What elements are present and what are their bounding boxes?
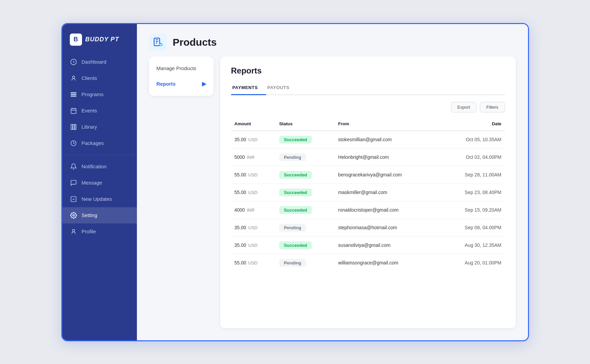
cell-from-5: stephonmasa@hotmail.com <box>335 219 440 236</box>
page-header-icon <box>149 34 167 51</box>
currency-1: INR <box>247 155 255 160</box>
sidebar-item-library[interactable]: Library <box>62 119 137 135</box>
sidebar-label-clients: Clients <box>82 75 97 81</box>
currency-0: USD <box>248 137 258 142</box>
payments-table: Amount Status From Date 35.00 USD Succee… <box>231 119 505 272</box>
message-icon <box>70 179 77 187</box>
sidebar-item-profile[interactable]: Profile <box>62 223 137 240</box>
tab-payments[interactable]: PAYMENTS <box>231 82 266 95</box>
table-row: 35.00 USD Succeeded susanoliviya@gmail.c… <box>231 236 505 254</box>
cell-amount-2: 55.00 USD <box>231 166 276 184</box>
status-badge-2: Succeeded <box>279 171 312 179</box>
cell-amount-1: 5000 INR <box>231 148 276 166</box>
col-status: Status <box>276 119 335 131</box>
amount-value-3: 55.00 <box>235 190 246 195</box>
svg-rect-4 <box>71 96 76 97</box>
cell-from-1: Helonbright@gmail.com <box>335 148 440 166</box>
cell-status-6: Succeeded <box>276 236 335 254</box>
app-name: BUDDY PT <box>85 36 119 43</box>
cell-amount-4: 4000 INR <box>231 201 276 219</box>
filters-button[interactable]: Filters <box>480 102 505 112</box>
cell-date-2: Sep 28, 11.00AM <box>440 166 505 184</box>
status-badge-3: Succeeded <box>279 189 312 196</box>
sidebar-item-clients[interactable]: Clients <box>62 70 137 86</box>
status-badge-7: Pending <box>279 259 306 267</box>
svg-point-1 <box>72 76 75 78</box>
main-content: Products Manage Products Reports ▶ Repor… <box>137 24 528 340</box>
amount-value-0: 35.00 <box>235 137 246 142</box>
sidebar-item-notification[interactable]: Notification <box>62 158 137 175</box>
reports-title: Reports <box>231 66 505 76</box>
app-frame: B BUDDY PT Dashboard Clients P <box>61 23 529 341</box>
page-header: Products <box>137 24 528 57</box>
svg-rect-6 <box>71 124 72 129</box>
cell-from-6: susanoliviya@gmail.com <box>335 236 440 254</box>
sidebar-label-dashboard: Dashboard <box>82 59 106 65</box>
status-badge-4: Succeeded <box>279 206 312 214</box>
cell-status-7: Pending <box>276 254 335 272</box>
programs-icon <box>70 91 77 98</box>
svg-rect-7 <box>73 124 74 129</box>
svg-rect-2 <box>71 92 76 93</box>
cell-from-4: ronaldocristoper@gmail.com <box>335 201 440 219</box>
dashboard-icon <box>70 58 77 66</box>
table-header: Amount Status From Date <box>231 119 505 131</box>
tab-payouts[interactable]: PAYOUTS <box>266 82 298 95</box>
sidebar-item-packages[interactable]: Packages <box>62 135 137 151</box>
sidebar-item-message[interactable]: Message <box>62 175 137 191</box>
currency-7: USD <box>248 260 258 265</box>
cell-date-1: Oct 02, 04.00PM <box>440 148 505 166</box>
export-button[interactable]: Export <box>451 102 477 112</box>
table-header-row: Amount Status From Date <box>231 119 505 131</box>
status-badge-1: Pending <box>279 153 306 161</box>
sidebar-item-programs[interactable]: Programs <box>62 86 137 103</box>
cell-status-4: Succeeded <box>276 201 335 219</box>
setting-icon <box>70 212 77 219</box>
sidebar-item-setting[interactable]: Setting <box>62 207 137 223</box>
cell-from-3: maskmiller@gmail.com <box>335 184 440 201</box>
table-row: 55.00 USD Succeeded maskmiller@gmail.com… <box>231 184 505 201</box>
status-badge-0: Succeeded <box>279 136 312 144</box>
cell-amount-5: 35.00 USD <box>231 219 276 236</box>
svg-rect-3 <box>71 94 76 95</box>
sidebar-label-profile: Profile <box>82 229 96 234</box>
sidebar-label-events: Events <box>82 108 97 113</box>
cell-from-0: stokesmillian@gmail.com <box>335 131 440 149</box>
sidebar-divider <box>62 155 137 155</box>
left-panel-item-manage-products[interactable]: Manage Products <box>149 61 213 76</box>
cell-from-7: williamsongrace@gmail.com <box>335 254 440 272</box>
sidebar-label-notification: Notification <box>82 164 107 169</box>
new-updates-icon <box>70 195 77 203</box>
panel-arrow-icon: ▶ <box>202 81 206 87</box>
amount-value-7: 55.00 <box>235 260 246 265</box>
col-date: Date <box>440 119 505 131</box>
cell-date-0: Oct 05, 10.35AM <box>440 131 505 149</box>
amount-value-1: 5000 <box>235 154 245 160</box>
sidebar-nav: Dashboard Clients Programs Events <box>62 54 137 340</box>
packages-icon <box>70 140 77 147</box>
sidebar-label-packages: Packages <box>82 140 104 146</box>
content-area: Manage Products Reports ▶ Reports PAYMEN… <box>137 57 528 340</box>
reports-label: Reports <box>157 81 176 87</box>
sidebar-item-new-updates[interactable]: New Updates <box>62 191 137 207</box>
sidebar-label-message: Message <box>82 180 102 186</box>
table-row: 4000 INR Succeeded ronaldocristoper@gmai… <box>231 201 505 219</box>
sidebar-item-dashboard[interactable]: Dashboard <box>62 54 137 70</box>
cell-status-3: Succeeded <box>276 184 335 201</box>
cell-status-5: Pending <box>276 219 335 236</box>
logo-box: B <box>70 34 82 46</box>
col-from: From <box>335 119 440 131</box>
table-row: 5000 INR Pending Helonbright@gmail.com O… <box>231 148 505 166</box>
left-panel-item-reports[interactable]: Reports ▶ <box>149 76 213 92</box>
events-icon <box>70 107 77 114</box>
status-badge-5: Pending <box>279 224 306 232</box>
svg-rect-5 <box>71 108 76 113</box>
currency-5: USD <box>248 225 258 230</box>
sidebar-item-events[interactable]: Events <box>62 103 137 119</box>
currency-4: INR <box>247 208 255 213</box>
svg-rect-8 <box>75 124 76 129</box>
amount-value-6: 35.00 <box>235 242 246 248</box>
tabs: PAYMENTS PAYOUTS <box>231 82 505 95</box>
notification-icon <box>70 163 77 170</box>
cell-date-7: Aug 20, 01.00PM <box>440 254 505 272</box>
